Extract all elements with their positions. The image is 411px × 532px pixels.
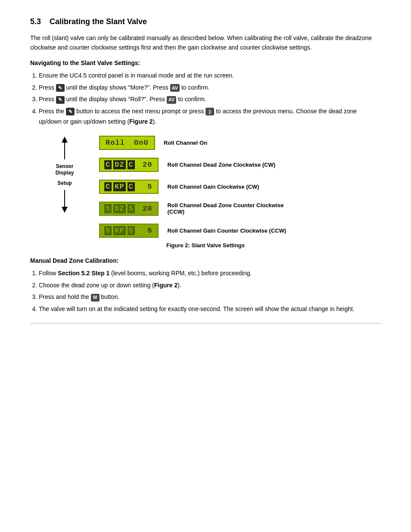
lcd-dz-ccw: 5DZ5 20 bbox=[99, 202, 159, 216]
lcd-kp-cw-l2: KP bbox=[113, 182, 125, 191]
lcd-roll-text: Roll bbox=[104, 138, 126, 147]
edit-icon-2: ✎ bbox=[56, 96, 65, 104]
lcd-kp-cw-l1: C bbox=[104, 182, 112, 191]
lcd-roll-on: Roll OnU bbox=[99, 136, 155, 150]
down-arrow bbox=[59, 188, 71, 214]
lcd-dz-cw-val: 20 bbox=[137, 160, 154, 169]
left-column: SensorDisplay Setup bbox=[30, 136, 99, 214]
nav-step-4: Press the ✎ button to access the next me… bbox=[39, 106, 381, 127]
manual-dz-heading: Manual Dead Zone Calibration: bbox=[30, 257, 381, 264]
lcd-kp-cw-l3: C bbox=[128, 182, 135, 191]
display-row-4: 5DZ5 20 Roll Channel Dead Zone Counter C… bbox=[99, 202, 288, 216]
av-icon-2: AV bbox=[167, 96, 176, 104]
svg-marker-3 bbox=[62, 207, 68, 213]
setup-label: Setup bbox=[57, 180, 72, 186]
edit-icon: ✎ bbox=[56, 84, 65, 92]
figure-caption: Figure 2: Slant Valve Settings bbox=[30, 242, 381, 249]
nav-steps-list: Ensure the UC4.5 control panel is in man… bbox=[39, 71, 381, 127]
lcd-dz-cw: CDZC 20 bbox=[99, 158, 159, 172]
nav-heading: Navigating to the Slant Valve Settings: bbox=[30, 59, 381, 66]
manual-dz-step-2: Choose the dead zone up or down setting … bbox=[39, 280, 381, 291]
edit-icon-3: ✎ bbox=[66, 108, 75, 115]
intro-text: The roll (slant) valve can only be calib… bbox=[30, 33, 381, 53]
nav-step-2: Press ✎ until the display shows "More?".… bbox=[39, 83, 381, 93]
lcd-kp-ccw-l1: 5 bbox=[104, 226, 112, 235]
manual-dz-step-1: Follow Section 5.2 Step 1 (level booms, … bbox=[39, 268, 381, 279]
lcd-onu-text: OnU bbox=[128, 138, 150, 147]
bottom-divider bbox=[30, 323, 381, 324]
display-row-3: CKPC 5 Roll Channel Gain Clockwise (CW) bbox=[99, 180, 259, 194]
kp-cw-label: Roll Channel Gain Clockwise (CW) bbox=[167, 184, 259, 190]
lcd-kp-ccw-l2: KP bbox=[113, 226, 125, 235]
lcd-dz-ccw-l3: 5 bbox=[128, 204, 135, 213]
kp-ccw-label: Roll Channel Gain Counter Clockwise (CCW… bbox=[167, 227, 286, 234]
lcd-dz-ccw-l2: DZ bbox=[113, 204, 125, 213]
svg-marker-1 bbox=[62, 137, 68, 143]
lcd-dz-cw-l1: C bbox=[104, 160, 112, 169]
manual-dz-step-4: The valve will turn on at the indicated … bbox=[39, 304, 381, 314]
dz-ccw-label: Roll Channel Dead Zone Counter Clockwise… bbox=[167, 202, 288, 215]
av-icon: AV bbox=[170, 84, 180, 92]
figure-2: SensorDisplay Setup Roll OnU Roll Channe… bbox=[30, 136, 381, 238]
up-arrow bbox=[59, 136, 71, 162]
manual-dz-step-3: Press and hold the M button. bbox=[39, 292, 381, 302]
lcd-kp-cw-val: 5 bbox=[137, 182, 154, 191]
section-title: 5.3 Calibrating the Slant Valve bbox=[30, 17, 381, 26]
lcd-dz-ccw-val: 20 bbox=[137, 204, 154, 213]
displays-column: Roll OnU Roll Channel On CDZC 20 Roll Ch… bbox=[99, 136, 288, 238]
lcd-kp-ccw-val: 5 bbox=[137, 226, 154, 235]
back-icon: ▯ bbox=[206, 108, 214, 115]
lcd-kp-ccw-l3: 5 bbox=[128, 226, 135, 235]
page-wrapper: 5.3 Calibrating the Slant Valve The roll… bbox=[30, 17, 381, 532]
lcd-dz-ccw-l1: 5 bbox=[104, 204, 112, 213]
nav-step-1: Ensure the UC4.5 control panel is in man… bbox=[39, 71, 381, 81]
m-button-icon: M bbox=[91, 294, 100, 302]
display-row-5: 5KP5 5 Roll Channel Gain Counter Clockwi… bbox=[99, 224, 286, 238]
display-row-1: Roll OnU Roll Channel On bbox=[99, 136, 207, 150]
lcd-dz-cw-l2: DZ bbox=[113, 160, 125, 169]
lcd-kp-cw: CKPC 5 bbox=[99, 180, 159, 194]
display-row-2: CDZC 20 Roll Channel Dead Zone Clockwise… bbox=[99, 158, 275, 172]
manual-dz-steps-list: Follow Section 5.2 Step 1 (level booms, … bbox=[39, 268, 381, 314]
sensor-display-label: SensorDisplay bbox=[56, 163, 74, 177]
lcd-dz-cw-l3: C bbox=[128, 160, 135, 169]
nav-step-3: Press ✎ until the display shows "Roll?".… bbox=[39, 94, 381, 105]
roll-on-label: Roll Channel On bbox=[164, 140, 207, 146]
dz-cw-label: Roll Channel Dead Zone Clockwise (CW) bbox=[167, 162, 275, 168]
lcd-kp-ccw: 5KP5 5 bbox=[99, 224, 159, 238]
